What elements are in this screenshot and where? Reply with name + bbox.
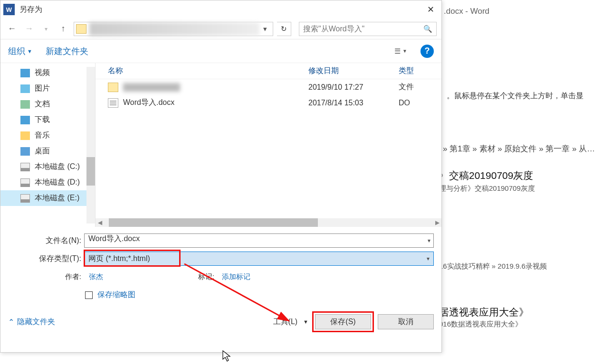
address-dropdown-icon[interactable]: ▾ bbox=[259, 25, 271, 33]
forward-button[interactable]: → bbox=[22, 22, 36, 36]
refresh-button[interactable]: ↻ bbox=[277, 22, 291, 36]
folder-icon bbox=[108, 83, 118, 92]
video-icon bbox=[20, 69, 30, 77]
sidebar-item-drive-d[interactable]: 本地磁盘 (D:) bbox=[0, 175, 95, 190]
command-toolbar: 组织 ▼ 新建文件夹 ☰ ▼ ? bbox=[0, 39, 441, 63]
document-icon bbox=[20, 100, 30, 109]
savetype-combobox[interactable]: 网页 (*.htm;*.html) ▾ bbox=[84, 252, 434, 266]
save-as-dialog: W 另存为 ✕ ← → ▾ ↑ ▾ ↻ 🔍 组织 ▼ 新建文件夹 ☰ ▼ ? bbox=[0, 0, 442, 353]
titlebar: W 另存为 ✕ bbox=[0, 0, 441, 19]
sidebar-item-music[interactable]: 音乐 bbox=[0, 128, 95, 143]
tag-value[interactable]: 添加标记 bbox=[222, 272, 250, 281]
bg-subtext-2: 016数据透视表应用大全》 bbox=[439, 320, 522, 329]
folder-tree-sidebar[interactable]: 视频 图片 文档 下载 音乐 桌面 本地磁盘 (C:) 本地磁盘 (D:) 本地… bbox=[0, 63, 96, 227]
address-bar[interactable]: ▾ bbox=[74, 22, 273, 36]
background-word-window: .docx - Word 。鼠标悬停在某个文件夹上方时，单击显 » 第1章 » … bbox=[442, 0, 602, 364]
save-thumbnail-label: 保存缩略图 bbox=[97, 290, 135, 300]
file-row[interactable]: Word导入.docx 2017/8/14 15:03 DO bbox=[96, 95, 441, 111]
sidebar-item-desktop[interactable]: 桌面 bbox=[0, 143, 95, 159]
search-box[interactable]: 🔍 bbox=[299, 22, 437, 36]
word-window-title: .docx - Word bbox=[444, 7, 489, 16]
hide-folders-toggle[interactable]: ⌃ 隐藏文件夹 bbox=[8, 317, 55, 327]
column-headers: 名称 修改日期 类型 bbox=[96, 63, 441, 79]
save-form: 文件名(N): Word导入.docx ▾ 保存类型(T): 网页 (*.htm… bbox=[0, 227, 441, 300]
file-date: 2017/8/14 15:03 bbox=[308, 99, 399, 107]
file-list-area: 名称 修改日期 类型 2019/9/10 17:27 文件 Word导入.doc… bbox=[96, 63, 441, 227]
address-path-blurred bbox=[89, 22, 259, 36]
sidebar-item-pictures[interactable]: 图片 bbox=[0, 81, 95, 96]
bg-heading-2: 居透视表应用大全》 bbox=[439, 306, 529, 319]
file-type: DO bbox=[399, 99, 438, 107]
scroll-left-icon[interactable]: ◀ bbox=[96, 219, 104, 226]
bg-subtext-1: 理与分析》交稿20190709灰度 bbox=[439, 184, 535, 193]
sidebar-item-drive-c[interactable]: 本地磁盘 (C:) bbox=[0, 159, 95, 175]
download-icon bbox=[20, 116, 30, 124]
chevron-down-icon: ▼ bbox=[402, 48, 407, 54]
back-button[interactable]: ← bbox=[5, 22, 19, 36]
help-button[interactable]: ? bbox=[420, 45, 434, 58]
save-thumbnail-checkbox[interactable] bbox=[85, 291, 93, 299]
picture-icon bbox=[20, 84, 30, 93]
sidebar-scrollbar[interactable] bbox=[86, 67, 95, 224]
file-name: Word导入.docx bbox=[123, 98, 174, 108]
sidebar-item-drive-e[interactable]: 本地磁盘 (E:) bbox=[0, 190, 95, 206]
save-button[interactable]: 保存(S) bbox=[315, 314, 371, 329]
search-input[interactable] bbox=[303, 25, 423, 33]
up-button[interactable]: ↑ bbox=[57, 22, 70, 36]
word-app-icon: W bbox=[3, 4, 15, 15]
savetype-label: 保存类型(T): bbox=[0, 254, 84, 264]
scrollbar-thumb[interactable] bbox=[109, 218, 318, 227]
author-value[interactable]: 张杰 bbox=[89, 272, 103, 281]
recent-dropdown[interactable]: ▾ bbox=[39, 22, 53, 36]
sidebar-item-downloads[interactable]: 下载 bbox=[0, 112, 95, 128]
music-icon bbox=[20, 131, 30, 140]
desktop-icon bbox=[20, 147, 30, 156]
tag-label: 标记: bbox=[198, 272, 217, 281]
cancel-button[interactable]: 取消 bbox=[378, 314, 434, 329]
docx-icon bbox=[108, 98, 118, 108]
chevron-down-icon[interactable]: ▾ bbox=[427, 255, 430, 262]
header-modified[interactable]: 修改日期 bbox=[308, 66, 399, 76]
filename-input[interactable]: Word导入.docx ▾ bbox=[84, 233, 434, 248]
dialog-title: 另存为 bbox=[19, 5, 42, 15]
drive-icon bbox=[20, 178, 30, 187]
new-folder-button[interactable]: 新建文件夹 bbox=[46, 46, 88, 57]
header-name[interactable]: 名称 bbox=[99, 66, 308, 76]
file-date: 2019/9/10 17:27 bbox=[308, 83, 399, 92]
close-button[interactable]: ✕ bbox=[420, 0, 441, 19]
organize-menu[interactable]: 组织 ▼ bbox=[8, 46, 32, 57]
nav-toolbar: ← → ▾ ↑ ▾ ↻ 🔍 bbox=[0, 19, 441, 39]
folder-icon bbox=[76, 24, 86, 34]
scrollbar-thumb[interactable] bbox=[86, 157, 95, 186]
drive-icon bbox=[20, 163, 30, 171]
scroll-right-icon[interactable]: ▶ bbox=[433, 219, 441, 226]
dialog-footer: ⌃ 隐藏文件夹 工具(L) ▼ 保存(S) 取消 bbox=[0, 314, 441, 337]
sidebar-item-documents[interactable]: 文档 bbox=[0, 96, 95, 112]
search-icon: 🔍 bbox=[423, 25, 432, 33]
view-options-button[interactable]: ☰ ▼ bbox=[394, 47, 407, 56]
file-row[interactable]: 2019/9/10 17:27 文件 bbox=[96, 79, 441, 95]
file-name-blurred bbox=[123, 83, 180, 92]
bg-breadcrumb-1: » 第1章 » 素材 » 原始文件 » 第一章 » 从… bbox=[443, 143, 595, 154]
sidebar-item-videos[interactable]: 视频 bbox=[0, 65, 95, 81]
chevron-down-icon[interactable]: ▾ bbox=[428, 237, 430, 244]
header-type[interactable]: 类型 bbox=[399, 66, 438, 76]
chevron-down-icon: ▼ bbox=[303, 319, 308, 325]
horizontal-scrollbar[interactable]: ◀ ▶ bbox=[96, 218, 441, 227]
tools-menu[interactable]: 工具(L) ▼ bbox=[273, 317, 308, 327]
bg-breadcrumb-2: 16实战技巧精粹 » 2019.9.6录视频 bbox=[439, 262, 547, 271]
file-type: 文件 bbox=[399, 82, 438, 92]
drive-icon bbox=[20, 194, 30, 203]
chevron-up-icon: ⌃ bbox=[8, 317, 14, 327]
filename-label: 文件名(N): bbox=[0, 236, 84, 246]
bg-hint-text: 。鼠标悬停在某个文件夹上方时，单击显 bbox=[447, 91, 583, 101]
view-icon: ☰ bbox=[394, 47, 401, 56]
chevron-down-icon: ▼ bbox=[27, 48, 32, 54]
author-label: 作者: bbox=[0, 272, 84, 281]
bg-heading-1: 〉交稿20190709灰度 bbox=[439, 169, 533, 182]
